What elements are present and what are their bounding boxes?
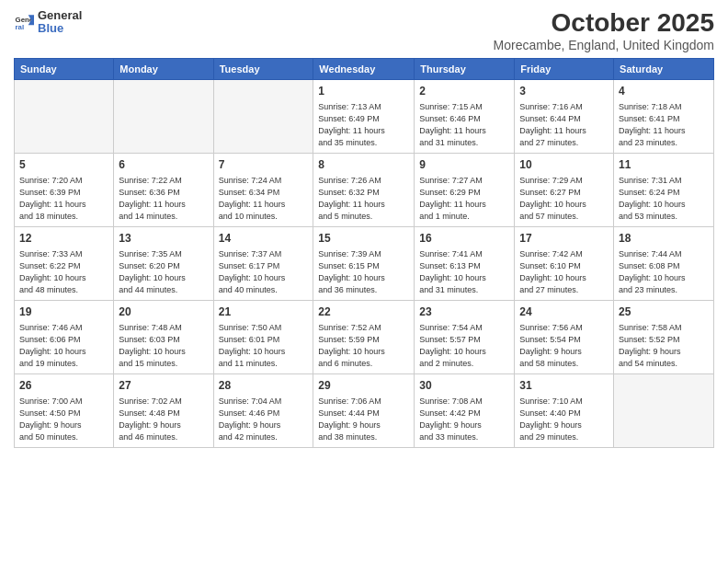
table-row	[213, 79, 313, 153]
table-row: 24Sunrise: 7:56 AMSunset: 5:54 PMDayligh…	[515, 300, 614, 373]
calendar-subtitle: Morecambe, England, United Kingdom	[494, 38, 714, 52]
table-row	[15, 79, 114, 153]
table-row	[614, 373, 714, 447]
day-number: 10	[519, 157, 609, 173]
day-info: Sunrise: 7:08 AMSunset: 4:42 PMDaylight:…	[419, 396, 509, 443]
day-number: 27	[119, 378, 208, 394]
day-number: 4	[619, 84, 709, 99]
day-number: 20	[119, 304, 208, 320]
table-row: 6Sunrise: 7:22 AMSunset: 6:36 PMDaylight…	[114, 153, 213, 226]
day-number: 24	[519, 304, 609, 320]
table-row: 19Sunrise: 7:46 AMSunset: 6:06 PMDayligh…	[15, 300, 114, 373]
day-number: 9	[419, 157, 509, 173]
table-row: 28Sunrise: 7:04 AMSunset: 4:46 PMDayligh…	[213, 373, 313, 447]
day-number: 14	[219, 231, 309, 247]
calendar-title: October 2025	[494, 9, 714, 38]
table-row: 17Sunrise: 7:42 AMSunset: 6:10 PMDayligh…	[515, 226, 614, 300]
col-saturday: Saturday	[614, 58, 714, 79]
table-row: 2Sunrise: 7:15 AMSunset: 6:46 PMDaylight…	[415, 79, 515, 153]
table-row: 31Sunrise: 7:10 AMSunset: 4:40 PMDayligh…	[515, 373, 614, 447]
table-row: 3Sunrise: 7:16 AMSunset: 6:44 PMDaylight…	[515, 79, 614, 153]
logo-blue: Blue	[38, 22, 82, 35]
col-friday: Friday	[515, 58, 614, 79]
day-info: Sunrise: 7:48 AMSunset: 6:03 PMDaylight:…	[119, 322, 208, 370]
col-monday: Monday	[114, 58, 213, 79]
table-row: 12Sunrise: 7:33 AMSunset: 6:22 PMDayligh…	[15, 226, 114, 300]
table-row: 11Sunrise: 7:31 AMSunset: 6:24 PMDayligh…	[614, 153, 714, 226]
table-row: 15Sunrise: 7:39 AMSunset: 6:15 PMDayligh…	[313, 226, 415, 300]
table-row: 25Sunrise: 7:58 AMSunset: 5:52 PMDayligh…	[614, 300, 714, 373]
day-info: Sunrise: 7:58 AMSunset: 5:52 PMDaylight:…	[619, 322, 709, 370]
table-row: 13Sunrise: 7:35 AMSunset: 6:20 PMDayligh…	[114, 226, 213, 300]
day-number: 15	[318, 231, 409, 247]
title-block: October 2025 Morecambe, England, United …	[494, 9, 714, 52]
table-row: 18Sunrise: 7:44 AMSunset: 6:08 PMDayligh…	[614, 226, 714, 300]
day-info: Sunrise: 7:50 AMSunset: 6:01 PMDaylight:…	[219, 322, 309, 370]
day-info: Sunrise: 7:56 AMSunset: 5:54 PMDaylight:…	[519, 322, 609, 370]
col-tuesday: Tuesday	[213, 58, 313, 79]
day-info: Sunrise: 7:00 AMSunset: 4:50 PMDaylight:…	[19, 396, 108, 443]
day-number: 26	[19, 378, 108, 394]
table-row: 22Sunrise: 7:52 AMSunset: 5:59 PMDayligh…	[313, 300, 415, 373]
table-row: 8Sunrise: 7:26 AMSunset: 6:32 PMDaylight…	[313, 153, 415, 226]
header: Gene ral General Blue October 2025 Morec…	[14, 9, 714, 52]
day-number: 22	[318, 304, 409, 320]
table-row: 26Sunrise: 7:00 AMSunset: 4:50 PMDayligh…	[15, 373, 114, 447]
day-number: 18	[619, 231, 709, 247]
day-number: 28	[219, 378, 309, 394]
day-number: 30	[419, 378, 509, 394]
day-info: Sunrise: 7:06 AMSunset: 4:44 PMDaylight:…	[318, 396, 409, 443]
day-info: Sunrise: 7:41 AMSunset: 6:13 PMDaylight:…	[419, 248, 509, 296]
table-row: 30Sunrise: 7:08 AMSunset: 4:42 PMDayligh…	[415, 373, 515, 447]
logo-general: General	[38, 9, 82, 22]
day-number: 31	[519, 378, 609, 394]
day-number: 2	[419, 84, 509, 99]
day-info: Sunrise: 7:29 AMSunset: 6:27 PMDaylight:…	[519, 175, 609, 223]
table-row: 14Sunrise: 7:37 AMSunset: 6:17 PMDayligh…	[213, 226, 313, 300]
table-row	[114, 79, 213, 153]
col-wednesday: Wednesday	[313, 58, 415, 79]
day-info: Sunrise: 7:16 AMSunset: 6:44 PMDaylight:…	[519, 101, 609, 149]
day-number: 6	[119, 157, 208, 173]
table-row: 16Sunrise: 7:41 AMSunset: 6:13 PMDayligh…	[415, 226, 515, 300]
day-number: 5	[19, 157, 108, 173]
day-info: Sunrise: 7:52 AMSunset: 5:59 PMDaylight:…	[318, 322, 409, 370]
day-info: Sunrise: 7:27 AMSunset: 6:29 PMDaylight:…	[419, 175, 509, 223]
day-number: 11	[619, 157, 709, 173]
table-row: 21Sunrise: 7:50 AMSunset: 6:01 PMDayligh…	[213, 300, 313, 373]
calendar-header-row: Sunday Monday Tuesday Wednesday Thursday…	[15, 58, 714, 79]
day-number: 19	[19, 304, 108, 320]
logo: Gene ral General Blue	[14, 9, 82, 36]
page: Gene ral General Blue October 2025 Morec…	[0, 0, 728, 563]
day-number: 7	[219, 157, 309, 173]
table-row: 20Sunrise: 7:48 AMSunset: 6:03 PMDayligh…	[114, 300, 213, 373]
day-info: Sunrise: 7:33 AMSunset: 6:22 PMDaylight:…	[19, 248, 108, 296]
day-number: 23	[419, 304, 509, 320]
col-thursday: Thursday	[415, 58, 515, 79]
day-number: 8	[318, 157, 409, 173]
day-number: 1	[318, 84, 409, 99]
table-row: 27Sunrise: 7:02 AMSunset: 4:48 PMDayligh…	[114, 373, 213, 447]
col-sunday: Sunday	[15, 58, 114, 79]
day-info: Sunrise: 7:42 AMSunset: 6:10 PMDaylight:…	[519, 248, 609, 296]
day-number: 13	[119, 231, 208, 247]
day-number: 12	[19, 231, 108, 247]
day-info: Sunrise: 7:20 AMSunset: 6:39 PMDaylight:…	[19, 175, 108, 223]
day-info: Sunrise: 7:31 AMSunset: 6:24 PMDaylight:…	[619, 175, 709, 223]
day-number: 17	[519, 231, 609, 247]
day-info: Sunrise: 7:04 AMSunset: 4:46 PMDaylight:…	[219, 396, 309, 443]
table-row: 7Sunrise: 7:24 AMSunset: 6:34 PMDaylight…	[213, 153, 313, 226]
day-info: Sunrise: 7:18 AMSunset: 6:41 PMDaylight:…	[619, 101, 709, 149]
table-row: 9Sunrise: 7:27 AMSunset: 6:29 PMDaylight…	[415, 153, 515, 226]
day-number: 3	[519, 84, 609, 99]
day-number: 16	[419, 231, 509, 247]
day-info: Sunrise: 7:15 AMSunset: 6:46 PMDaylight:…	[419, 101, 509, 149]
day-info: Sunrise: 7:39 AMSunset: 6:15 PMDaylight:…	[318, 248, 409, 296]
table-row: 5Sunrise: 7:20 AMSunset: 6:39 PMDaylight…	[15, 153, 114, 226]
table-row: 23Sunrise: 7:54 AMSunset: 5:57 PMDayligh…	[415, 300, 515, 373]
day-info: Sunrise: 7:54 AMSunset: 5:57 PMDaylight:…	[419, 322, 509, 370]
svg-text:ral: ral	[16, 23, 25, 31]
calendar-table: Sunday Monday Tuesday Wednesday Thursday…	[14, 58, 714, 448]
table-row: 29Sunrise: 7:06 AMSunset: 4:44 PMDayligh…	[313, 373, 415, 447]
logo-icon: Gene ral	[14, 12, 34, 32]
